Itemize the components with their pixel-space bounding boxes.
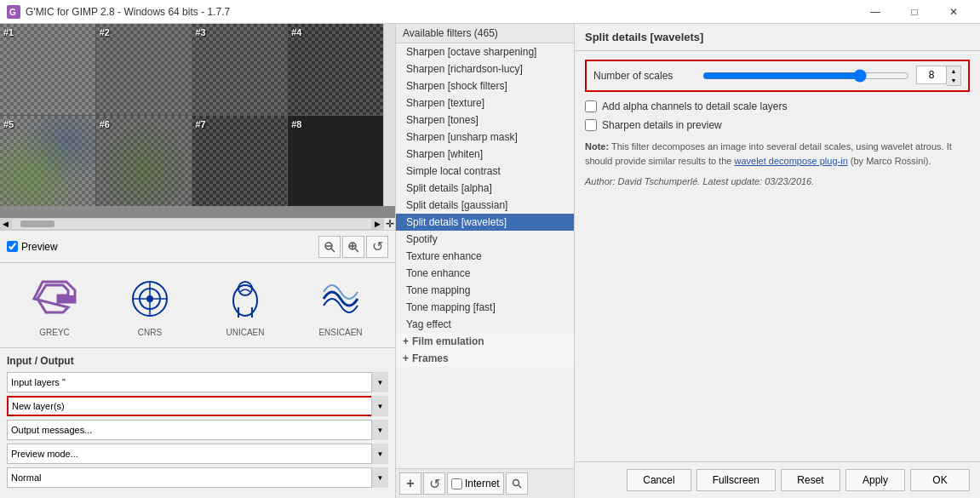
svg-line-21 bbox=[519, 485, 521, 488]
scroll-left-btn[interactable]: ◀ bbox=[0, 218, 12, 230]
frames-expand-icon: + bbox=[403, 352, 409, 364]
number-of-scales-slider[interactable] bbox=[702, 69, 909, 83]
scroll-right-btn[interactable]: ▶ bbox=[371, 218, 383, 230]
greyc-logo-box bbox=[29, 273, 80, 324]
input-layers-wrapper: Input layers " ▼ bbox=[7, 372, 388, 392]
filter-item-tone-mapping[interactable]: Tone mapping bbox=[396, 282, 574, 299]
output-messages-row: Output messages... ▼ bbox=[7, 420, 388, 440]
grid-cell-4: #4 bbox=[288, 24, 383, 115]
normal-row: Normal ▼ bbox=[7, 467, 388, 488]
add-filter-btn[interactable]: + bbox=[399, 472, 421, 495]
filter-item-split-wavelets[interactable]: Split details [wavelets] bbox=[396, 214, 574, 231]
filter-item-yag-effect[interactable]: Yag effect bbox=[396, 316, 574, 333]
filter-item-sharpen-tones[interactable]: Sharpen [tones] bbox=[396, 112, 574, 129]
internet-checkbox-row[interactable]: Internet bbox=[447, 472, 504, 495]
filter-item-tone-enhance[interactable]: Tone enhance bbox=[396, 265, 574, 282]
preview-mode-row: Preview mode... ▼ bbox=[7, 444, 388, 464]
preview-zoom-btns: ↺ bbox=[318, 236, 388, 258]
filter-item-sharpen-shock[interactable]: Sharpen [shock filters] bbox=[396, 77, 574, 94]
internet-checkbox[interactable] bbox=[451, 478, 462, 489]
ensicaen-logo-svg bbox=[317, 275, 364, 323]
refresh-btn[interactable]: ↺ bbox=[366, 236, 388, 258]
grid-cell-8: #8 bbox=[288, 116, 383, 207]
sharpen-details-checkbox[interactable] bbox=[585, 119, 597, 131]
grid-cell-3: #3 bbox=[192, 24, 288, 115]
logos-area: GREYC CNRS bbox=[0, 262, 395, 347]
maximize-button[interactable]: □ bbox=[895, 0, 934, 24]
update-text: Latest update: 03/23/2016. bbox=[702, 176, 814, 186]
logo-ensicaen: ENSICAEN bbox=[315, 273, 366, 337]
filter-item-sharpen-octave[interactable]: Sharpen [octave sharpening] bbox=[396, 43, 574, 60]
add-view-btn[interactable]: ✛ bbox=[383, 218, 395, 230]
app-title: G'MIC for GIMP 2.8 - Windows 64 bits - 1… bbox=[26, 6, 230, 18]
filter-list-header: Available filters (465) bbox=[396, 24, 574, 43]
details-title: Split details [wavelets] bbox=[575, 24, 980, 51]
titlebar-left: G G'MIC for GIMP 2.8 - Windows 64 bits -… bbox=[7, 5, 230, 19]
add-alpha-checkbox[interactable] bbox=[585, 100, 597, 112]
cnrs-logo-box bbox=[124, 273, 175, 324]
number-of-scales-increment[interactable]: ▲ bbox=[947, 66, 960, 76]
apply-button[interactable]: Apply bbox=[845, 469, 905, 491]
normal-wrapper: Normal ▼ bbox=[7, 467, 388, 488]
filter-list-footer: + ↺ Internet bbox=[396, 468, 574, 498]
frames-label: Frames bbox=[412, 352, 449, 364]
hscrollbar-thumb[interactable] bbox=[20, 220, 54, 227]
zoom-in-btn[interactable] bbox=[342, 236, 364, 258]
input-layers-select[interactable]: Input layers " bbox=[7, 372, 388, 392]
logo-greyc: GREYC bbox=[29, 273, 80, 337]
ensicaen-label: ENSICAEN bbox=[318, 328, 362, 337]
ensicaen-logo-box bbox=[315, 273, 366, 324]
grid-cell-1: #1 bbox=[0, 24, 95, 115]
number-of-scales-decrement[interactable]: ▼ bbox=[947, 76, 960, 85]
filter-item-tone-mapping-fast[interactable]: Tone mapping [fast] bbox=[396, 299, 574, 316]
refresh-filter-btn[interactable]: ↺ bbox=[423, 472, 445, 495]
unicaen-label: UNICAEN bbox=[226, 328, 264, 337]
preview-mode-select[interactable]: Preview mode... bbox=[7, 444, 388, 464]
sharpen-details-label: Sharpen details in preview bbox=[602, 119, 722, 131]
number-of-scales-spinbox-btns: ▲ ▼ bbox=[947, 66, 961, 86]
filter-item-frames[interactable]: + Frames bbox=[396, 350, 574, 367]
output-layers-row: New layer(s) ▼ bbox=[7, 396, 388, 416]
grid-cell-6: #6 bbox=[96, 116, 192, 207]
filter-item-film-emulation[interactable]: + Film emulation bbox=[396, 333, 574, 350]
number-of-scales-input[interactable] bbox=[916, 66, 947, 84]
preview-label: Preview bbox=[21, 241, 58, 253]
filter-item-texture-enhance[interactable]: Texture enhance bbox=[396, 248, 574, 265]
cnrs-label: CNRS bbox=[138, 328, 162, 337]
note-text2: (by Marco Rossini). bbox=[851, 156, 931, 166]
filter-item-sharpen-texture[interactable]: Sharpen [texture] bbox=[396, 94, 574, 112]
left-panel: #1 #2 #3 #4 #5 #6 #7 bbox=[0, 24, 396, 498]
filter-item-simple-local[interactable]: Simple local contrast bbox=[396, 163, 574, 180]
add-alpha-label: Add alpha channels to detail scale layer… bbox=[602, 100, 787, 112]
filter-item-sharpen-whiten[interactable]: Sharpen [whiten] bbox=[396, 146, 574, 163]
add-alpha-row: Add alpha channels to detail scale layer… bbox=[585, 100, 970, 112]
filter-item-sharpen-rl[interactable]: Sharpen [richardson-lucy] bbox=[396, 60, 574, 77]
svg-point-17 bbox=[238, 282, 252, 295]
cell-7-label: #7 bbox=[196, 119, 206, 129]
ok-button[interactable]: OK bbox=[910, 469, 970, 491]
filter-item-sharpen-unsharp[interactable]: Sharpen [unsharp mask] bbox=[396, 129, 574, 146]
cnrs-logo-svg bbox=[126, 278, 174, 319]
number-of-scales-label: Number of scales bbox=[593, 70, 696, 82]
preview-checkbox[interactable] bbox=[7, 241, 18, 252]
filter-footer-btns: + ↺ Internet bbox=[399, 472, 528, 495]
preview-scrollbar-right[interactable] bbox=[383, 24, 395, 206]
filter-item-split-alpha[interactable]: Split details [alpha] bbox=[396, 180, 574, 197]
filter-item-spotify[interactable]: Spotify bbox=[396, 231, 574, 248]
filter-item-split-gaussian[interactable]: Split details [gaussian] bbox=[396, 197, 574, 214]
normal-select[interactable]: Normal bbox=[7, 467, 388, 488]
zoom-out-btn[interactable] bbox=[318, 236, 341, 258]
details-content: Number of scales ▲ ▼ Add alpha channels … bbox=[575, 51, 980, 461]
fullscreen-button[interactable]: Fullscreen bbox=[696, 469, 776, 491]
close-button[interactable]: ✕ bbox=[934, 0, 973, 24]
note-link[interactable]: wavelet decompose plug-in bbox=[734, 156, 847, 166]
reset-button[interactable]: Reset bbox=[781, 469, 840, 491]
search-filter-btn[interactable] bbox=[506, 472, 528, 495]
minimize-button[interactable]: — bbox=[856, 0, 895, 24]
output-messages-select[interactable]: Output messages... bbox=[7, 420, 388, 440]
cell-4-label: #4 bbox=[291, 27, 301, 37]
svg-rect-10 bbox=[58, 295, 75, 302]
io-section: Input / Output Input layers " ▼ New laye… bbox=[0, 347, 395, 498]
cancel-button[interactable]: Cancel bbox=[627, 469, 691, 491]
output-layers-select[interactable]: New layer(s) bbox=[7, 396, 388, 416]
